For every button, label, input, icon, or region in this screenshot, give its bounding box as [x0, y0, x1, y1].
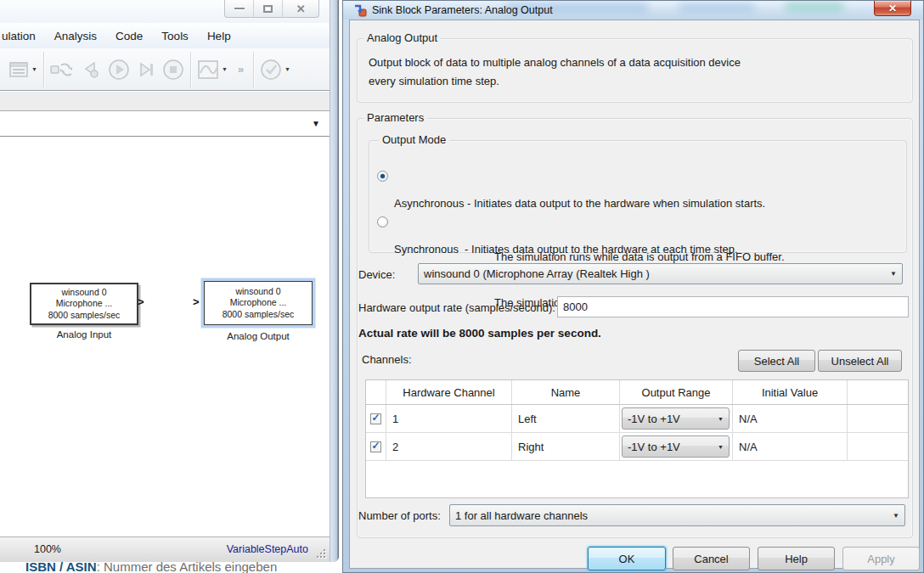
solver-status: VariableStepAuto [227, 543, 308, 555]
check-icon [260, 59, 282, 81]
menu-help[interactable]: Help [198, 26, 240, 46]
dropdown-arrow-icon: ▼ [718, 444, 724, 450]
step-forward-button[interactable] [133, 53, 159, 87]
dropdown-arrow-icon: ▼ [890, 270, 897, 278]
output-range-value: -1V to +1V [628, 413, 680, 425]
update-diagram-icon [50, 60, 74, 79]
menu-analysis[interactable]: Analysis [45, 26, 106, 46]
toolbar-overflow-button[interactable]: » [231, 63, 251, 76]
header-checkbox-col [366, 380, 386, 404]
menu-code[interactable]: Code [106, 26, 152, 46]
device-label: Device: [358, 268, 395, 281]
model-canvas[interactable]: winsound 0 Microphone ... 8000 samples/s… [0, 138, 330, 536]
window-titlebar: ✕ [0, 0, 330, 23]
menu-tools[interactable]: Tools [152, 26, 198, 46]
analog-output-label: Analog Output [190, 331, 326, 341]
run-icon [108, 59, 130, 81]
breadcrumb-bar[interactable]: ▼ [0, 110, 330, 137]
minimize-icon [234, 8, 245, 10]
menu-simulation[interactable]: ulation [0, 26, 45, 46]
rate-label: Hardware output rate (samples/second): [358, 301, 555, 314]
device-dropdown[interactable]: winsound 0 (Microphone Array (Realtek Hi… [418, 263, 903, 284]
asynchronous-radio[interactable] [377, 171, 388, 182]
number-of-ports-dropdown[interactable]: 1 for all hardware channels ▼ [449, 504, 905, 526]
check-model-button[interactable]: ▼ [256, 53, 294, 87]
window-controls: ✕ [224, 0, 319, 18]
restore-icon [263, 5, 273, 13]
status-bar: 100% VariableStepAuto [0, 536, 330, 562]
actual-rate-text: Actual rate will be 8000 samples per sec… [358, 327, 601, 340]
synchronous-radio[interactable] [377, 216, 388, 228]
rate-input[interactable] [557, 296, 909, 317]
update-diagram-button[interactable] [47, 53, 77, 87]
block-text: Microphone ... [56, 298, 113, 310]
dropdown-arrow-icon: ▼ [893, 512, 899, 520]
groupbox-label: Analog Output [363, 31, 441, 44]
dropdown-arrow-icon: ▼ [222, 66, 228, 72]
isbn-label: ISBN / ASIN [25, 559, 97, 573]
dialog-titlebar[interactable]: Sink Block Parameters: Analog Output ✕ [343, 1, 923, 20]
dropdown-arrow-icon: ▼ [285, 66, 290, 72]
header-empty [848, 380, 908, 404]
resize-grip[interactable] [317, 549, 325, 558]
apply-button[interactable]: Apply [842, 547, 920, 570]
scope-button[interactable]: ▼ [194, 53, 231, 87]
toolbar-separator [43, 52, 44, 87]
dropdown-arrow-icon: ▼ [718, 416, 724, 422]
ok-button[interactable]: OK [588, 547, 666, 570]
block-text: winsound 0 [235, 286, 280, 298]
simulink-window: ✕ ulation Analysis Code Tools Help ▼ [0, 0, 339, 562]
cell-initial-value: N/A [733, 433, 848, 460]
table-row: ✓ 1 Left -1V to +1V ▼ N/A [366, 405, 908, 433]
dialog-content: Analog Output Output block of data to mu… [349, 20, 920, 569]
header-initial-value: Initial Value [733, 380, 848, 404]
analog-input-label: Analog Input [16, 329, 152, 340]
sync-line1: Synchronous - Initiates data output to t… [394, 240, 797, 258]
breadcrumb-dropdown-arrow-icon[interactable]: ▼ [312, 119, 320, 128]
select-all-button[interactable]: Select All [738, 350, 815, 372]
step-back-icon [81, 60, 101, 79]
run-button[interactable] [104, 53, 133, 87]
table-row: ✓ 2 Right -1V to +1V ▼ N/A [366, 433, 908, 461]
dialog-title: Sink Block Parameters: Analog Output [372, 4, 553, 16]
glass-reflection [785, 2, 844, 12]
block-text: 8000 samples/sec [223, 309, 295, 321]
model-browser-button[interactable]: ▼ [5, 53, 41, 87]
cell-initial-value: N/A [733, 405, 848, 432]
check-icon: ✓ [371, 413, 380, 423]
isbn-text: : Nummer des Artikels eingeben [97, 559, 278, 573]
restore-button[interactable] [254, 0, 283, 17]
check-icon: ✓ [371, 441, 380, 451]
groupbox-label: Output Mode [379, 133, 449, 146]
simulink-block-icon [353, 3, 367, 17]
help-button[interactable]: Help [758, 547, 835, 570]
output-port-icon: > [138, 295, 144, 308]
step-forward-icon [137, 60, 155, 79]
output-range-dropdown[interactable]: -1V to +1V ▼ [622, 435, 730, 458]
model-browser-icon [8, 61, 29, 78]
toolbar-separator [190, 52, 191, 87]
input-port-icon: > [193, 295, 200, 308]
toolbar-lower-strip [0, 92, 330, 110]
header-output-range: Output Range [620, 380, 733, 404]
cell-name: Right [512, 433, 620, 460]
cancel-button[interactable]: Cancel [673, 547, 750, 570]
unselect-all-button[interactable]: Unselect All [818, 350, 902, 372]
channel-2-checkbox[interactable]: ✓ [370, 441, 381, 452]
ports-value: 1 for all hardware channels [455, 509, 588, 522]
dropdown-arrow-icon: ▼ [31, 66, 37, 72]
analog-output-groupbox [357, 38, 913, 103]
ports-label: Number of ports: [358, 509, 441, 522]
cell-channel: 1 [386, 405, 512, 432]
channel-1-checkbox[interactable]: ✓ [370, 413, 381, 424]
stop-button[interactable] [159, 53, 188, 87]
output-range-dropdown[interactable]: -1V to +1V ▼ [622, 407, 730, 430]
dialog-close-button[interactable]: ✕ [874, 1, 911, 16]
minimize-button[interactable] [225, 0, 254, 17]
glass-reflection [679, 3, 755, 12]
analog-input-block[interactable]: winsound 0 Microphone ... 8000 samples/s… [30, 283, 138, 325]
close-button[interactable]: ✕ [283, 0, 318, 17]
analog-output-block[interactable]: winsound 0 Microphone ... 8000 samples/s… [204, 281, 313, 325]
step-back-button[interactable] [77, 53, 104, 87]
device-value: winsound 0 (Microphone Array (Realtek Hi… [424, 267, 650, 280]
